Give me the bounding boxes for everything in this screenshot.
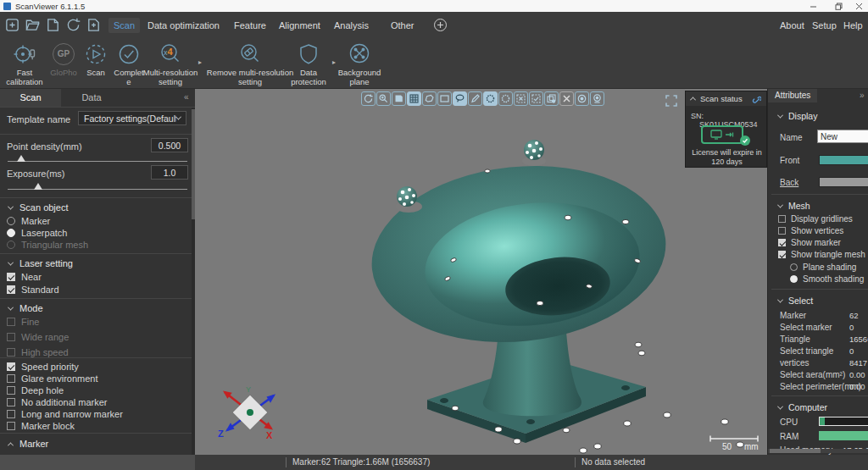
fast-calibration-button[interactable]: Fast calibration — [2, 41, 47, 86]
menu-bar: Scan Data optimization Feature Alignment… — [0, 12, 868, 38]
fullscreen-icon[interactable] — [665, 94, 678, 108]
sync-icon[interactable] — [64, 15, 83, 35]
mesh-name-input[interactable] — [817, 130, 868, 143]
complete-button[interactable]: Complete — [113, 41, 145, 86]
import-file-icon[interactable] — [84, 15, 103, 35]
multi-resolution-setting-button[interactable]: x4 Multi-resolution setting — [142, 41, 198, 86]
deselect-area-icon[interactable] — [514, 91, 528, 106]
camera-view-icon[interactable] — [590, 91, 604, 106]
template-dropdown[interactable]: Factory settings(Default) — [78, 111, 186, 125]
marker-section-header[interactable]: Marker — [8, 439, 48, 449]
axis-y-label: Y — [246, 385, 251, 394]
scan-play-icon — [84, 41, 108, 66]
rotate-view-icon[interactable] — [361, 91, 376, 106]
menu-tab-feature[interactable]: Feature — [229, 18, 271, 33]
data-protection-button[interactable]: Data protection — [287, 41, 331, 86]
attributes-tab[interactable]: Attributes — [768, 89, 817, 102]
radio-plane-shading[interactable]: Plane shading — [790, 263, 856, 272]
computer-section-header[interactable]: Computer — [778, 402, 827, 412]
checkbox-display-gridlines[interactable]: Display gridlines — [778, 214, 853, 224]
checkbox-glare-environment[interactable]: Glare environment — [7, 373, 98, 384]
point-density-input[interactable]: 0.500 — [151, 138, 188, 152]
open-folder-icon[interactable] — [23, 15, 42, 35]
menu-tab-analysis[interactable]: Analysis — [329, 18, 374, 33]
radio-laserpatch[interactable]: Laserpatch — [7, 228, 67, 238]
dot-region-select-icon[interactable] — [483, 91, 498, 106]
template-dropdown-value: Factory settings(Default) — [84, 113, 176, 124]
axis-gizmo[interactable]: Y Z X — [218, 385, 274, 440]
select-section-header[interactable]: Select — [778, 296, 813, 306]
maximize-button[interactable] — [827, 0, 849, 12]
sn-label: SN: — [691, 112, 704, 120]
rectangle-select-icon[interactable] — [437, 91, 452, 106]
ribbon-expand-arrow-icon[interactable]: ▸ — [198, 58, 202, 66]
collapse-attributes-icon[interactable]: » — [860, 91, 865, 100]
checkbox-deep-hole[interactable]: Deep hole — [7, 385, 64, 395]
checkbox-long-narrow-marker[interactable]: Long and narrow marker — [7, 409, 123, 419]
ram-label: RAM — [780, 432, 798, 441]
model-stats-text: Marker:62 Triangle:1.66M (1656637) — [292, 455, 430, 470]
minimize-button[interactable] — [802, 0, 824, 12]
remove-multi-resolution-label: Remove multi-resolution setting — [203, 68, 297, 86]
menu-help[interactable]: Help — [843, 18, 863, 33]
radio-marker[interactable]: Marker — [7, 216, 50, 226]
point-density-slider[interactable] — [8, 161, 187, 162]
menu-tab-other[interactable]: Other — [386, 18, 420, 33]
checkbox-show-marker[interactable]: Show marker — [778, 238, 841, 247]
background-plane-label: Background plane — [336, 68, 383, 86]
menu-tab-data-optimization[interactable]: Data optimization — [142, 18, 225, 33]
front-color-swatch[interactable] — [819, 155, 868, 165]
checkbox-standard[interactable]: Standard — [7, 285, 59, 295]
new-project-icon[interactable] — [3, 15, 22, 35]
mesh-section-header[interactable]: Mesh — [778, 201, 810, 211]
link-icon[interactable] — [751, 94, 761, 104]
lasso-select-icon[interactable] — [422, 91, 437, 106]
menu-about[interactable]: About — [780, 18, 804, 33]
duplicate-selection-icon[interactable] — [544, 91, 559, 106]
scan-button[interactable]: Scan — [81, 41, 111, 77]
close-button[interactable] — [848, 0, 868, 12]
checkbox-show-vertices[interactable]: Show vertices — [778, 226, 843, 235]
reference-ball-top — [522, 140, 546, 166]
checkbox-show-triangle-mesh[interactable]: Show triangle mesh — [778, 250, 865, 259]
checkbox-speed-priority[interactable]: Speed priority — [7, 362, 79, 372]
save-file-icon[interactable] — [43, 15, 63, 35]
remove-multi-resolution-button[interactable]: Remove multi-resolution setting — [203, 41, 297, 86]
display-section-header[interactable]: Display — [778, 111, 817, 121]
back-color-swatch[interactable] — [819, 177, 868, 187]
grid-select-icon[interactable] — [407, 91, 421, 106]
tab-scan[interactable]: Scan — [0, 89, 61, 107]
center-view-icon[interactable] — [575, 91, 589, 106]
radio-smooth-shading[interactable]: Smooth shading — [790, 274, 864, 284]
menu-setup[interactable]: Setup — [812, 18, 837, 33]
mode-section-header[interactable]: Mode — [8, 303, 43, 313]
point-density-slider-thumb[interactable] — [17, 155, 25, 162]
collapse-panel-icon[interactable]: « — [184, 92, 189, 102]
ellipse-select-icon[interactable] — [453, 91, 467, 106]
delete-selection-icon[interactable] — [559, 91, 574, 106]
chevron-down-icon — [777, 202, 783, 207]
menu-tab-scan[interactable]: Scan — [108, 18, 140, 33]
zoom-select-icon[interactable] — [376, 91, 391, 106]
exposure-input[interactable]: 1.0 — [151, 165, 188, 180]
annotate-icon[interactable] — [392, 91, 406, 106]
add-menu-icon[interactable] — [434, 19, 447, 31]
checkbox-marker-block[interactable]: Marker block — [7, 421, 75, 431]
checkbox-near[interactable]: Near — [7, 272, 42, 282]
attributes-horizontal-scrollbar[interactable] — [768, 449, 868, 453]
menu-tab-alignment[interactable]: Alignment — [274, 18, 326, 33]
background-plane-button[interactable]: Background plane — [336, 41, 383, 86]
confirm-select-icon[interactable] — [529, 91, 543, 106]
3d-viewport[interactable]: Y Z X 50 mm — [195, 89, 767, 455]
brush-select-icon[interactable] — [468, 91, 482, 106]
laser-setting-section-header[interactable]: Laser setting — [8, 258, 73, 268]
glopho-button[interactable]: GP GloPho — [48, 41, 79, 77]
exposure-slider-thumb[interactable] — [34, 183, 42, 190]
select-row-value: 8417 — [849, 358, 867, 368]
checkbox-no-additional-marker[interactable]: No additional marker — [7, 397, 108, 407]
tab-data[interactable]: Data — [61, 89, 122, 107]
dot-region-deselect-icon[interactable] — [498, 91, 513, 106]
scan-status-header[interactable]: Scan status — [686, 91, 766, 106]
ribbon-toolbar: Fast calibration GP GloPho Scan Complete… — [0, 38, 868, 89]
scan-object-section-header[interactable]: Scan object — [8, 202, 68, 213]
